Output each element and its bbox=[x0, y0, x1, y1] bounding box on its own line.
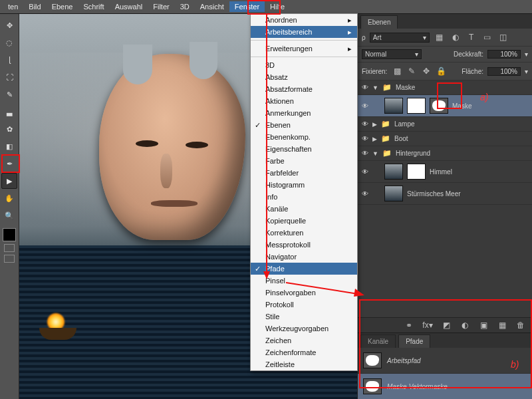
visibility-icon[interactable]: 👁 bbox=[362, 102, 368, 110]
lock-all-icon[interactable]: 🔒 bbox=[435, 65, 447, 77]
layer-name[interactable]: Hintergrund bbox=[396, 150, 430, 157]
img-thumbnail[interactable] bbox=[384, 186, 403, 201]
menuitem-werkzeugvorgaben[interactable]: Werkzeugvorgaben bbox=[251, 323, 357, 334]
menu-hilfe[interactable]: Hilfe bbox=[265, 1, 290, 12]
svg-marker-1 bbox=[263, 271, 270, 279]
adjust-icon[interactable]: ◐ bbox=[459, 319, 471, 331]
menuitem-stile[interactable]: Stile bbox=[251, 311, 357, 323]
path-thumbnail bbox=[363, 352, 382, 368]
menuitem-zeitleiste[interactable]: Zeitleiste bbox=[251, 358, 357, 370]
trash-icon[interactable]: 🗑 bbox=[515, 319, 527, 331]
white-thumbnail[interactable] bbox=[407, 98, 426, 114]
group-icon[interactable]: ▣ bbox=[477, 319, 489, 331]
tab-channels[interactable]: Kanäle bbox=[360, 334, 396, 348]
lock-pixels-icon[interactable]: ✎ bbox=[406, 65, 418, 77]
layer-name[interactable]: Maske bbox=[396, 84, 415, 91]
foreground-swatch[interactable] bbox=[3, 228, 16, 241]
path-select-tool[interactable]: ▶ bbox=[1, 173, 17, 189]
new-icon[interactable]: ▦ bbox=[496, 319, 508, 331]
layer-row[interactable]: 👁▼📁Hintergrund bbox=[358, 146, 532, 161]
crop-tool[interactable]: ⛶ bbox=[1, 69, 17, 85]
vpath-thumbnail[interactable] bbox=[430, 98, 448, 114]
link-icon[interactable]: ⚭ bbox=[403, 319, 415, 331]
clone-tool[interactable]: ✿ bbox=[1, 121, 17, 137]
annotation-a-label: a) bbox=[480, 92, 488, 102]
path-row[interactable]: Arbeitspfad bbox=[358, 348, 532, 374]
lock-position-icon[interactable]: ✥ bbox=[420, 65, 432, 77]
menu-3d[interactable]: 3D bbox=[175, 1, 195, 12]
menu-filter[interactable]: Filter bbox=[148, 1, 174, 12]
visibility-icon[interactable]: 👁 bbox=[362, 135, 368, 142]
pen-tool[interactable]: ✒ bbox=[1, 156, 17, 172]
menu-schrift[interactable]: Schrift bbox=[78, 1, 109, 12]
menu-fenster[interactable]: Fenster bbox=[229, 1, 265, 12]
menu-ebene[interactable]: Ebene bbox=[47, 1, 78, 12]
path-row[interactable]: Maske-Vektormaske bbox=[358, 374, 532, 399]
lock-label: Fixieren: bbox=[362, 68, 387, 75]
visibility-icon[interactable]: 👁 bbox=[362, 120, 368, 128]
white-thumbnail[interactable] bbox=[407, 164, 426, 180]
menu-ten[interactable]: ten bbox=[3, 1, 23, 12]
brush-tool[interactable]: ▃ bbox=[1, 104, 17, 120]
fx-icon[interactable]: fx▾ bbox=[422, 319, 434, 331]
layer-row[interactable]: 👁Stürmisches Meer bbox=[358, 183, 532, 205]
filter-image-icon[interactable]: ▦ bbox=[434, 31, 446, 43]
folder-icon: 📁 bbox=[382, 149, 392, 158]
menu-ansicht[interactable]: Ansicht bbox=[195, 1, 229, 12]
menu-auswahl[interactable]: Auswahl bbox=[110, 1, 148, 12]
path-thumbnail bbox=[363, 378, 382, 394]
filter-adjust-icon[interactable]: ◐ bbox=[450, 31, 462, 43]
path-name[interactable]: Maske-Vektormaske bbox=[387, 383, 448, 390]
disclosure-icon[interactable]: ▼ bbox=[372, 84, 378, 91]
layer-name[interactable]: Stürmisches Meer bbox=[407, 190, 461, 198]
menuitem-zeichen[interactable]: Zeichen bbox=[251, 334, 357, 346]
marquee-tool[interactable]: ◌ bbox=[1, 35, 17, 51]
folder-icon: 📁 bbox=[382, 83, 392, 92]
eyedropper-tool[interactable]: ✎ bbox=[1, 86, 17, 102]
layer-name[interactable]: Boot bbox=[394, 135, 408, 142]
zoom-tool[interactable]: 🔍 bbox=[1, 207, 17, 223]
disclosure-icon[interactable]: ▶ bbox=[372, 121, 377, 128]
hand-tool[interactable]: ✋ bbox=[1, 190, 17, 206]
blend-mode[interactable]: Normal▾ bbox=[362, 49, 422, 59]
menu-bild[interactable]: Bild bbox=[23, 1, 46, 12]
layer-row[interactable]: 👁Maske bbox=[358, 95, 532, 117]
lock-transparent-icon[interactable]: ▩ bbox=[391, 65, 403, 77]
move-tool[interactable]: ✥ bbox=[1, 17, 17, 33]
mask-icon[interactable]: ◩ bbox=[440, 319, 452, 331]
menuitem-protokoll[interactable]: Protokoll bbox=[251, 299, 357, 311]
layer-row[interactable]: 👁Himmel bbox=[358, 161, 532, 183]
eraser-tool[interactable]: ◧ bbox=[1, 138, 17, 154]
img-thumbnail[interactable] bbox=[384, 98, 403, 114]
menuitem-zeichenformate[interactable]: Zeichenformate bbox=[251, 346, 357, 358]
lasso-tool[interactable]: ɭ bbox=[1, 52, 17, 68]
layer-row[interactable]: 👁▼📁Maske bbox=[358, 80, 532, 95]
quickmask-toggle[interactable] bbox=[4, 244, 15, 252]
disclosure-icon[interactable]: ▶ bbox=[372, 136, 377, 142]
path-name[interactable]: Arbeitspfad bbox=[387, 357, 421, 364]
layer-row[interactable]: 👁▶📁Lampe bbox=[358, 117, 532, 132]
filter-type-icon[interactable]: T bbox=[466, 31, 477, 43]
layer-row[interactable]: 👁▶📁Boot bbox=[358, 132, 532, 146]
filter-smart-icon[interactable]: ◫ bbox=[497, 31, 509, 43]
disclosure-icon[interactable]: ▼ bbox=[372, 150, 378, 157]
annotation-b-label: b) bbox=[511, 359, 519, 370]
folder-icon: 📁 bbox=[381, 120, 390, 128]
tab-paths[interactable]: Pfade bbox=[398, 334, 430, 348]
layer-name[interactable]: Himmel bbox=[430, 168, 452, 176]
visibility-icon[interactable]: 👁 bbox=[362, 150, 368, 157]
visibility-icon[interactable]: 👁 bbox=[362, 190, 368, 198]
layer-filter[interactable]: Art▾ bbox=[370, 33, 430, 43]
filter-shape-icon[interactable]: ▭ bbox=[481, 31, 493, 43]
layer-name[interactable]: Maske bbox=[452, 102, 471, 110]
menubar: tenBildEbeneSchriftAuswahlFilter3DAnsich… bbox=[0, 0, 532, 14]
tab-layers[interactable]: Ebenen bbox=[360, 15, 398, 29]
fill-value[interactable]: 100% bbox=[487, 67, 521, 76]
screenmode-toggle[interactable] bbox=[4, 255, 15, 263]
layer-name[interactable]: Lampe bbox=[394, 120, 415, 128]
visibility-icon[interactable]: 👁 bbox=[362, 168, 368, 176]
folder-icon: 📁 bbox=[381, 134, 390, 143]
img-thumbnail[interactable] bbox=[384, 164, 403, 180]
visibility-icon[interactable]: 👁 bbox=[362, 84, 368, 91]
opacity-value[interactable]: 100% bbox=[487, 50, 521, 59]
